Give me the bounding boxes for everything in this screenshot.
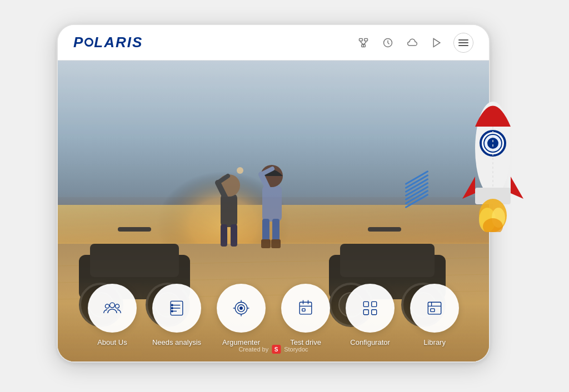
svg-point-43 bbox=[237, 167, 243, 174]
about-us-label: About Us bbox=[97, 338, 127, 346]
storydoc-brand: Storydoc bbox=[284, 346, 308, 353]
svg-rect-42 bbox=[271, 239, 281, 248]
svg-rect-66 bbox=[363, 301, 368, 306]
svg-point-76 bbox=[487, 138, 498, 149]
test-drive-button[interactable] bbox=[281, 284, 330, 333]
menu-item-test-drive[interactable]: Test drive bbox=[281, 284, 330, 346]
svg-point-52 bbox=[172, 308, 173, 309]
menu-item-about-us[interactable]: About Us bbox=[88, 284, 137, 346]
svg-rect-61 bbox=[300, 302, 312, 314]
clock-icon[interactable] bbox=[380, 35, 396, 51]
menu-button[interactable] bbox=[453, 33, 473, 53]
needs-analysis-button[interactable] bbox=[152, 284, 201, 333]
svg-rect-68 bbox=[363, 310, 368, 315]
about-us-button[interactable] bbox=[88, 284, 137, 333]
svg-rect-28 bbox=[368, 227, 401, 232]
menu-item-argumenter[interactable]: Argumenter bbox=[217, 284, 266, 346]
svg-rect-70 bbox=[428, 302, 441, 314]
diagonal-lines-decoration bbox=[403, 177, 430, 202]
app-header: PLARIS bbox=[58, 25, 489, 61]
svg-point-44 bbox=[109, 303, 114, 308]
svg-point-51 bbox=[172, 304, 173, 306]
svg-point-45 bbox=[105, 304, 109, 308]
logo: PLARIS bbox=[73, 34, 143, 51]
header-icons bbox=[356, 33, 473, 53]
menu-item-library[interactable]: Library bbox=[410, 284, 459, 346]
svg-point-46 bbox=[115, 304, 119, 308]
svg-rect-23 bbox=[340, 244, 435, 277]
svg-point-53 bbox=[172, 310, 173, 312]
svg-rect-0 bbox=[360, 38, 363, 41]
svg-rect-34 bbox=[231, 224, 237, 247]
svg-rect-1 bbox=[365, 38, 368, 41]
watermark: Created by S Storydoc bbox=[238, 345, 308, 354]
svg-rect-67 bbox=[372, 301, 377, 306]
argumenter-button[interactable] bbox=[217, 284, 266, 333]
library-label: Library bbox=[423, 338, 446, 346]
rocket-decoration bbox=[457, 82, 529, 232]
svg-marker-4 bbox=[433, 38, 440, 47]
svg-rect-41 bbox=[261, 239, 271, 248]
needs-analysis-label: Needs analysis bbox=[152, 338, 201, 346]
svg-rect-33 bbox=[221, 224, 227, 247]
configurator-button[interactable] bbox=[346, 284, 395, 333]
svg-rect-72 bbox=[431, 309, 435, 311]
play-icon[interactable] bbox=[429, 35, 445, 51]
svg-point-56 bbox=[240, 307, 243, 310]
configurator-label: Configurator bbox=[350, 338, 390, 346]
menu-item-needs-analysis[interactable]: Needs analysis bbox=[152, 284, 201, 346]
storydoc-logo-s: S bbox=[272, 345, 281, 354]
share-icon[interactable] bbox=[356, 35, 371, 51]
svg-rect-16 bbox=[90, 244, 179, 277]
hero-area: About Us Needs ana bbox=[58, 61, 489, 363]
menu-item-configurator[interactable]: Configurator bbox=[346, 284, 395, 346]
created-by-text: Created by bbox=[238, 346, 268, 353]
cloud-icon[interactable] bbox=[405, 35, 420, 51]
library-button[interactable] bbox=[410, 284, 459, 333]
svg-rect-65 bbox=[302, 309, 305, 311]
svg-rect-21 bbox=[118, 227, 151, 232]
svg-rect-69 bbox=[372, 310, 377, 315]
device-frame-wrapper: PLARIS bbox=[57, 24, 512, 368]
